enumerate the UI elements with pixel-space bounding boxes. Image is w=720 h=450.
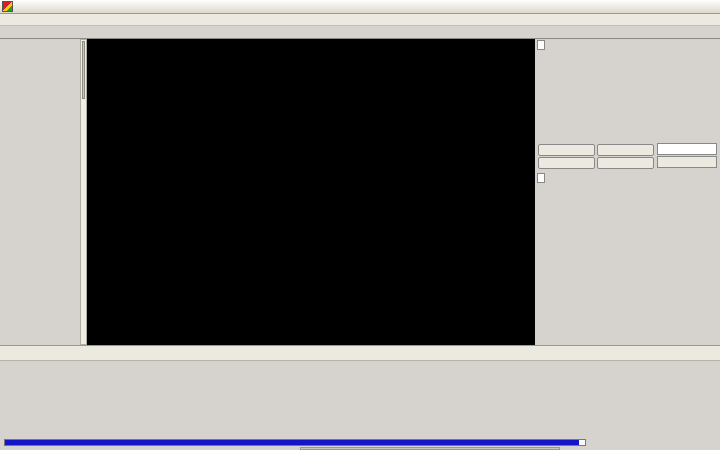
open-tune-file-button[interactable]: [538, 144, 595, 156]
table-tab-afrtable1[interactable]: [657, 156, 717, 168]
log-position-bar[interactable]: [4, 439, 586, 446]
log-chart-area[interactable]: [87, 39, 535, 345]
log-position-fill: [5, 440, 579, 445]
quick-views-sidebar: [0, 39, 80, 345]
save-tune-as-button[interactable]: [597, 157, 654, 169]
ve-analyzer-button[interactable]: [538, 157, 595, 169]
sidebar-title: [0, 39, 80, 45]
app-icon: [2, 1, 13, 12]
status-bar: [0, 345, 720, 361]
ve-table-title: [537, 40, 545, 50]
tune-panel: [535, 39, 720, 345]
table-tab-vetable1[interactable]: [657, 143, 717, 155]
afr-table-title: [537, 173, 545, 183]
title-bar: [0, 0, 720, 14]
ve-table-header: [537, 39, 718, 50]
menu-bar: [0, 14, 720, 26]
afr-table-header: [537, 172, 718, 183]
sidebar-scrollbar[interactable]: [80, 39, 87, 345]
view-tabs: [0, 26, 720, 39]
scrollbar-thumb[interactable]: [82, 41, 85, 99]
save-tune-button[interactable]: [597, 144, 654, 156]
